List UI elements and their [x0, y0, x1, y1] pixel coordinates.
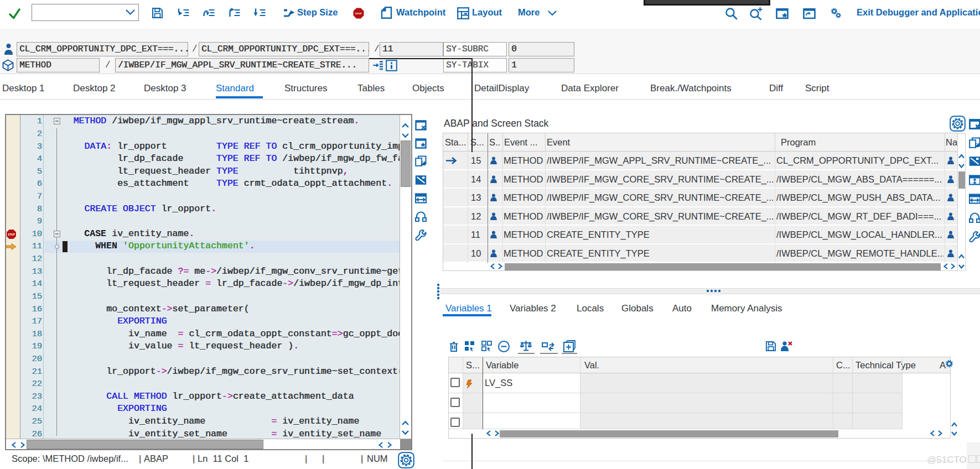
svg-text:STOP: STOP [8, 233, 14, 236]
svg-text:STOP: STOP [355, 12, 362, 15]
